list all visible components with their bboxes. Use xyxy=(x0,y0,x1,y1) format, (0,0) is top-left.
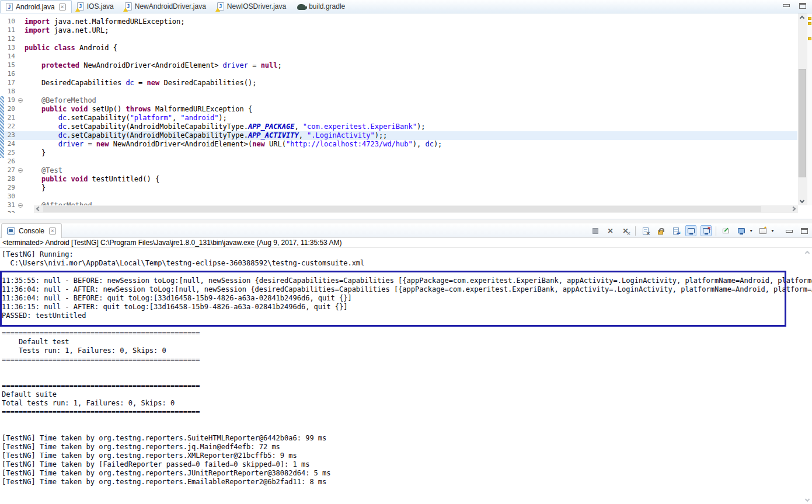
close-icon[interactable]: ✕ xyxy=(49,228,56,235)
editor-vertical-scrollbar[interactable] xyxy=(798,13,807,205)
java-file-icon xyxy=(6,3,13,11)
warning-marker[interactable] xyxy=(808,22,811,25)
editor-tabs: Android.java✕IOS.javaNewAndroidDriver.ja… xyxy=(0,0,351,13)
remove-launch-icon[interactable]: ✕ xyxy=(605,225,616,236)
code-line[interactable]: 27 @Test xyxy=(0,166,797,175)
code-line[interactable]: 17 DesiredCapabilities dc = new DesiredC… xyxy=(0,79,797,88)
console-line: 11:35:55: null - BEFORE: newSession toLo… xyxy=(2,276,812,285)
code-text: } xyxy=(25,184,797,192)
code-line[interactable]: 18 xyxy=(0,88,797,96)
fold-column xyxy=(18,192,25,201)
code-line[interactable]: 14 xyxy=(0,52,797,61)
open-console-icon[interactable] xyxy=(757,225,768,236)
code-line[interactable]: 21 dc.setCapability("platform", "android… xyxy=(0,114,797,123)
console-status-line: <terminated> Android [TestNG] C:\Program… xyxy=(0,239,812,248)
code-line[interactable]: 10import java.net.MalformedURLException; xyxy=(0,18,797,26)
warning-marker[interactable] xyxy=(808,17,811,20)
code-line[interactable]: 12 xyxy=(0,35,797,44)
sash-divider[interactable] xyxy=(0,219,812,223)
editor-horizontal-scrollbar[interactable] xyxy=(34,205,798,213)
code-line[interactable]: 26 xyxy=(0,158,797,166)
console-tab-label: Console xyxy=(19,227,44,235)
code-line[interactable]: 15 protected NewAndroidDriver<AndroidEle… xyxy=(0,61,797,70)
scroll-right-icon[interactable] xyxy=(791,206,796,211)
tab-ios-java[interactable]: IOS.java xyxy=(72,0,120,13)
code-line[interactable]: 29 } xyxy=(0,184,797,192)
tab-console[interactable]: Console ✕ xyxy=(1,223,62,238)
editor-minimize-button[interactable] xyxy=(783,4,790,7)
collapse-icon[interactable] xyxy=(18,203,23,208)
clear-console-icon[interactable] xyxy=(640,225,651,236)
console-line: ========================================… xyxy=(2,355,812,364)
code-line[interactable]: 28 public void testUntitled() { xyxy=(0,175,797,184)
fold-column xyxy=(18,61,25,70)
minimize-icon[interactable] xyxy=(783,225,794,236)
console-line: Default suite xyxy=(2,390,812,399)
scroll-down-icon[interactable] xyxy=(800,198,804,203)
fold-column xyxy=(18,166,25,175)
code-editor[interactable]: 10import java.net.MalformedURLException;… xyxy=(0,13,812,213)
console-line: [TestNG] Time taken by org.testng.report… xyxy=(2,469,812,478)
scroll-left-icon[interactable] xyxy=(36,206,41,211)
tab-build-gradle[interactable]: build.gradle xyxy=(292,0,351,13)
scroll-down-icon[interactable] xyxy=(805,497,810,502)
warning-marker[interactable] xyxy=(808,37,811,40)
tab-android-java[interactable]: Android.java✕ xyxy=(0,0,72,13)
code-line[interactable]: 13public class Android { xyxy=(0,44,797,52)
chevron-down-icon[interactable]: ▼ xyxy=(749,229,753,233)
tab-label: IOS.java xyxy=(87,2,114,10)
code-line[interactable]: 23 dc.setCapability(AndroidMobileCapabil… xyxy=(0,131,797,140)
java-file-warning-icon xyxy=(125,2,132,10)
code-text: driver = new NewAndroidDriver<AndroidEle… xyxy=(25,140,797,149)
code-text xyxy=(25,158,797,166)
editor-vscroll-thumb[interactable] xyxy=(799,69,806,177)
code-text xyxy=(25,192,797,201)
scroll-lock-icon[interactable] xyxy=(655,225,666,236)
show-stdout-icon[interactable] xyxy=(685,225,696,236)
console-vertical-scrollbar[interactable] xyxy=(803,249,811,504)
console-line: [TestNG] Time taken by org.testng.report… xyxy=(2,478,812,487)
code-text: dc.setCapability("platform", "android"); xyxy=(25,114,797,123)
code-line[interactable]: 22 dc.setCapability(AndroidMobileCapabil… xyxy=(0,123,797,131)
display-console-icon[interactable] xyxy=(736,225,747,236)
tab-newandroiddriver-java[interactable]: NewAndroidDriver.java xyxy=(120,0,212,13)
code-line[interactable]: 30 xyxy=(0,192,797,201)
toolbar-separator xyxy=(716,226,716,236)
code-text: @BeforeMethod xyxy=(25,96,797,105)
console-output[interactable]: [TestNG] Running: C:\Users\nivi.mor\AppD… xyxy=(0,249,812,504)
close-icon[interactable]: ✕ xyxy=(59,4,66,10)
collapse-icon[interactable] xyxy=(18,98,23,103)
word-wrap-icon[interactable] xyxy=(670,225,681,236)
code-line[interactable]: 11import java.net.URL; xyxy=(0,26,797,35)
editor-lines: 10import java.net.MalformedURLException;… xyxy=(0,18,797,213)
code-text xyxy=(25,70,797,79)
show-stderr-icon[interactable]: ✕ xyxy=(701,225,712,236)
code-line[interactable]: 16 xyxy=(0,70,797,79)
code-line[interactable]: 20 public void setUp() throws MalformedU… xyxy=(0,105,797,114)
terminate-icon[interactable] xyxy=(590,225,601,236)
console-icon xyxy=(7,228,15,235)
maximize-icon[interactable] xyxy=(799,225,810,236)
collapse-icon[interactable] xyxy=(18,168,23,173)
console-line xyxy=(2,416,812,425)
code-line[interactable]: 24 driver = new NewAndroidDriver<Android… xyxy=(0,140,797,149)
fold-column xyxy=(18,149,25,158)
scroll-up-icon[interactable] xyxy=(800,16,804,20)
line-number: 31 xyxy=(0,201,18,210)
fold-column xyxy=(18,79,25,88)
chevron-down-icon[interactable]: ▼ xyxy=(771,229,775,233)
method-range-indicator xyxy=(0,96,4,158)
console-line: [TestNG] Running: xyxy=(2,250,812,259)
scroll-up-icon[interactable] xyxy=(805,251,810,256)
console-line: ========================================… xyxy=(2,329,812,338)
code-line[interactable]: 25 } xyxy=(0,149,797,158)
editor-hscroll-thumb[interactable] xyxy=(43,206,761,212)
fold-column xyxy=(18,123,25,131)
tab-newiosdriver-java[interactable]: NewIOSDriver.java xyxy=(212,0,292,13)
remove-all-launches-icon[interactable]: ✕✕ xyxy=(620,225,631,236)
editor-maximize-button[interactable] xyxy=(799,3,806,9)
console-line: Tests run: 1, Failures: 0, Skips: 0 xyxy=(2,346,812,355)
pin-console-icon[interactable] xyxy=(720,225,731,236)
code-line[interactable]: 19 @BeforeMethod xyxy=(0,96,797,105)
fold-column xyxy=(18,114,25,123)
